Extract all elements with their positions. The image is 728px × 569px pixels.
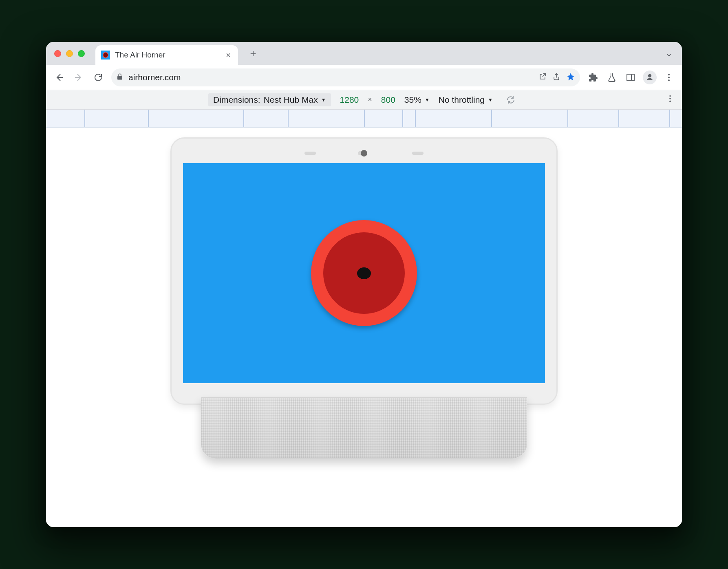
- side-panel-button[interactable]: [622, 68, 640, 86]
- dots-vertical-icon: [666, 94, 675, 103]
- media-query-ruler[interactable]: [46, 110, 682, 128]
- panel-icon: [626, 73, 635, 82]
- emulated-viewport: [46, 128, 682, 527]
- device-selector[interactable]: Dimensions: Nest Hub Max ▼: [208, 93, 331, 106]
- chevron-down-icon: ▼: [425, 97, 430, 103]
- window-minimize-button[interactable]: [66, 50, 73, 57]
- browser-tab[interactable]: The Air Horner ×: [95, 45, 238, 65]
- profile-avatar-button[interactable]: [643, 71, 657, 84]
- window-zoom-button[interactable]: [78, 50, 85, 57]
- window-close-button[interactable]: [54, 50, 61, 57]
- device-speaker-base: [201, 397, 527, 459]
- svg-point-4: [669, 98, 671, 99]
- device-sensors: [183, 150, 545, 157]
- airhorn-inner: [323, 232, 405, 314]
- nav-forward-button[interactable]: [70, 68, 88, 86]
- rotate-button[interactable]: [502, 91, 520, 109]
- tab-title: The Air Horner: [115, 51, 221, 60]
- airhorn-button[interactable]: [311, 220, 417, 326]
- toolbar-right: [584, 68, 678, 86]
- flask-icon: [607, 73, 617, 82]
- svg-point-3: [669, 95, 671, 97]
- viewport-width-input[interactable]: 1280: [340, 95, 359, 105]
- throttling-selector[interactable]: No throttling ▼: [439, 95, 493, 105]
- device-toolbar: Dimensions: Nest Hub Max ▼ 1280 × 800 35…: [46, 90, 682, 110]
- new-tab-button[interactable]: +: [244, 45, 263, 62]
- reload-icon: [93, 73, 103, 82]
- arrow-right-icon: [74, 73, 84, 82]
- zoom-value: 35%: [404, 95, 421, 105]
- bookmark-star-icon[interactable]: [566, 72, 575, 83]
- svg-point-2: [668, 79, 670, 81]
- plus-icon: +: [250, 47, 256, 60]
- dimensions-prefix: Dimensions:: [213, 95, 260, 105]
- nav-back-button[interactable]: [50, 68, 68, 86]
- rotate-icon: [506, 95, 516, 105]
- chrome-menu-button[interactable]: [660, 68, 678, 86]
- favicon-icon: [101, 51, 110, 60]
- titlebar: The Air Horner × +: [46, 42, 682, 65]
- avatar-icon: [646, 73, 654, 82]
- zoom-selector[interactable]: 35% ▼: [404, 95, 430, 105]
- chevron-down-icon: ▼: [488, 97, 493, 103]
- dots-vertical-icon: [664, 73, 674, 82]
- camera-icon: [361, 150, 367, 157]
- device-name: Nest Hub Max: [264, 95, 318, 105]
- sensor-pill-icon: [412, 152, 424, 155]
- lock-icon: [116, 73, 124, 82]
- viewport-height-input[interactable]: 800: [381, 95, 395, 105]
- open-external-icon[interactable]: [538, 73, 547, 82]
- svg-point-0: [668, 74, 670, 75]
- device-bezel: [170, 137, 558, 405]
- device-frame: [170, 137, 558, 459]
- chevron-down-icon: ▼: [321, 97, 326, 103]
- airhorn-dot-icon: [357, 267, 371, 279]
- arrow-left-icon: [54, 73, 64, 82]
- reload-button[interactable]: [89, 68, 107, 86]
- share-icon[interactable]: [552, 73, 560, 82]
- tabs-dropdown-button[interactable]: [661, 45, 677, 62]
- tab-close-button[interactable]: ×: [226, 51, 231, 60]
- sensor-pill-icon: [304, 152, 316, 155]
- labs-button[interactable]: [603, 68, 621, 86]
- window-controls: [54, 50, 85, 57]
- device-screen[interactable]: [183, 163, 545, 383]
- browser-window: The Air Horner × + airhorner.com: [46, 42, 682, 527]
- dimension-separator: ×: [368, 95, 372, 104]
- svg-point-1: [668, 77, 670, 78]
- puzzle-icon: [588, 73, 598, 82]
- address-toolbar: airhorner.com: [46, 65, 682, 90]
- omnibox[interactable]: airhorner.com: [111, 68, 580, 86]
- extensions-button[interactable]: [584, 68, 602, 86]
- omnibox-url: airhorner.com: [128, 73, 534, 82]
- device-toolbar-menu[interactable]: [666, 94, 675, 105]
- throttling-value: No throttling: [439, 95, 485, 105]
- svg-point-5: [669, 101, 671, 102]
